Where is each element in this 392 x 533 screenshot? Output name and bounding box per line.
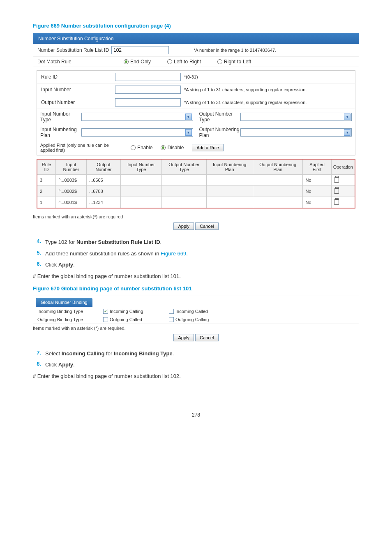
cancel-button[interactable]: Cancel	[195, 222, 218, 230]
outgoing-binding-label: Outgoing Binding Type	[37, 317, 103, 322]
checkbox-icon: ✓	[103, 309, 108, 314]
checkbox-label: Outgoing Calling	[175, 317, 209, 322]
radio-label: Left-to-Right	[174, 59, 201, 65]
cancel-button[interactable]: Cancel	[195, 334, 218, 341]
table-row: 3 ^...0003$ ...6565 No	[37, 175, 355, 186]
output-number-hint: *A string of 1 to 31 characters, support…	[184, 100, 307, 105]
cell-applied: No	[303, 197, 331, 209]
radio-icon	[217, 59, 222, 64]
trash-icon[interactable]	[334, 177, 339, 183]
rule-list-id-hint: *A number in the range 1 to 2147483647.	[194, 48, 276, 53]
radio-left-to-right[interactable]: Left-to-Right	[167, 59, 201, 65]
output-number-input[interactable]	[115, 98, 181, 107]
radio-end-only[interactable]: End-Only	[124, 59, 151, 65]
tab-global-binding[interactable]: Global Number Binding	[36, 298, 92, 307]
step-text: Select Incoming Calling for Incoming Bin…	[45, 350, 359, 358]
step-number: 7.	[33, 350, 45, 358]
radio-label: Disable	[167, 145, 184, 151]
radio-icon	[124, 59, 129, 64]
th-output-numbering-plan: Output Numbering Plan	[253, 159, 303, 175]
rules-table: Rule ID Input Number Output Number Input…	[37, 159, 355, 209]
checkbox-incoming-calling[interactable]: ✓Incoming Calling	[103, 309, 169, 314]
step-text: Type 102 for Number Substitution Rule Li…	[45, 238, 359, 246]
radio-icon	[167, 59, 172, 64]
th-input-number: Input Number	[56, 159, 87, 175]
cell-input: ^...0002$	[56, 186, 87, 197]
step-number: 6.	[33, 261, 45, 269]
checkbox-icon	[103, 317, 108, 322]
trash-icon[interactable]	[334, 199, 339, 205]
rule-form-box: Rule ID *(0-31) Input Number *A string o…	[37, 70, 355, 155]
add-rule-button[interactable]: Add a Rule	[192, 144, 223, 151]
th-applied-first: Applied First	[303, 159, 331, 175]
cell-output: ...1234	[87, 197, 121, 209]
figure-link[interactable]: Figure 669	[161, 250, 186, 257]
figure-669-title: Figure 669 Number substitution configura…	[33, 23, 359, 29]
global-binding-panel: Global Number Binding Incoming Binding T…	[33, 296, 359, 324]
chevron-down-icon: ▾	[344, 114, 350, 120]
rule-list-id-input[interactable]	[111, 46, 169, 54]
rule-id-hint: *(0-31)	[184, 74, 198, 79]
checkbox-outgoing-called[interactable]: Outgoing Called	[103, 317, 169, 322]
checkbox-icon	[169, 317, 174, 322]
figure-670-title: Figure 670 Global binding page of number…	[33, 285, 359, 292]
input-number-type-label: Input Number Type	[40, 111, 81, 123]
table-row: 1 ^...0001$ ...1234 No	[37, 197, 355, 209]
checkbox-incoming-called[interactable]: Incoming Called	[169, 309, 235, 314]
dot-match-label: Dot Match Rule	[37, 59, 111, 65]
radio-disable[interactable]: Disable	[161, 145, 184, 151]
output-numbering-plan-label: Output Numbering Plan	[199, 127, 240, 138]
required-footnote: Items marked with an asterisk(*) are req…	[33, 214, 359, 219]
cell-input: ^...0003$	[56, 175, 87, 186]
radio-label: Enable	[137, 145, 152, 151]
number-substitution-panel: Number Substitution Configuration Number…	[33, 33, 359, 212]
radio-enable[interactable]: Enable	[131, 145, 152, 151]
checkbox-label: Incoming Called	[175, 309, 208, 314]
required-footnote: Items marked with an asterisk (*) are re…	[33, 326, 359, 331]
th-rule-id: Rule ID	[37, 159, 56, 175]
th-operation: Operation	[331, 159, 355, 175]
page-number: 278	[33, 412, 359, 418]
radio-label: Right-to-Left	[224, 59, 251, 65]
cell-rule-id: 2	[37, 186, 56, 197]
th-input-number-type: Input Number Type	[120, 159, 161, 175]
table-row: 2 ^...0002$ ...6788 No	[37, 186, 355, 197]
th-output-number-type: Output Number Type	[162, 159, 206, 175]
step-number: 8.	[33, 361, 45, 369]
output-number-label: Output Number	[41, 100, 115, 105]
body-text: # Enter the global binding page of numbe…	[33, 373, 359, 379]
radio-right-to-left[interactable]: Right-to-Left	[217, 59, 251, 65]
checkbox-label: Outgoing Called	[110, 317, 142, 322]
panel-header: Number Substitution Configuration	[33, 33, 359, 44]
checkbox-label: Incoming Calling	[110, 309, 143, 314]
input-number-label: Input Number	[41, 87, 115, 93]
body-text: # Enter the global binding page of numbe…	[33, 273, 359, 279]
th-input-numbering-plan: Input Numbering Plan	[206, 159, 253, 175]
input-number-type-select[interactable]: ▾	[81, 113, 193, 121]
input-number-input[interactable]	[115, 86, 181, 94]
apply-button[interactable]: Apply	[173, 222, 194, 230]
rule-id-label: Rule ID	[41, 74, 115, 80]
input-numbering-plan-select[interactable]: ▾	[81, 128, 193, 137]
cell-input: ^...0001$	[56, 197, 87, 209]
incoming-binding-label: Incoming Binding Type	[37, 309, 103, 314]
step-number: 5.	[33, 250, 45, 258]
radio-icon	[161, 145, 166, 150]
rule-id-input[interactable]	[115, 73, 181, 81]
output-number-type-select[interactable]: ▾	[240, 113, 352, 121]
checkbox-outgoing-calling[interactable]: Outgoing Calling	[169, 317, 235, 322]
cell-applied: No	[303, 175, 331, 186]
applied-first-label: Applied First (only one rule can be appl…	[40, 143, 122, 153]
step-text: Click Apply.	[45, 361, 359, 369]
radio-label: End-Only	[130, 59, 151, 65]
apply-button[interactable]: Apply	[173, 334, 194, 341]
output-numbering-plan-select[interactable]: ▾	[240, 128, 352, 137]
chevron-down-icon: ▾	[344, 129, 350, 136]
cell-rule-id: 1	[37, 197, 56, 209]
rule-list-id-label: Number Substitution Rule List ID	[37, 47, 111, 53]
input-number-hint: *A string of 1 to 31 characters, support…	[184, 87, 307, 92]
output-number-type-label: Output Number Type	[199, 111, 240, 123]
step-number: 4.	[33, 238, 45, 246]
trash-icon[interactable]	[334, 188, 339, 194]
input-numbering-plan-label: Input Numbering Plan	[40, 127, 81, 138]
